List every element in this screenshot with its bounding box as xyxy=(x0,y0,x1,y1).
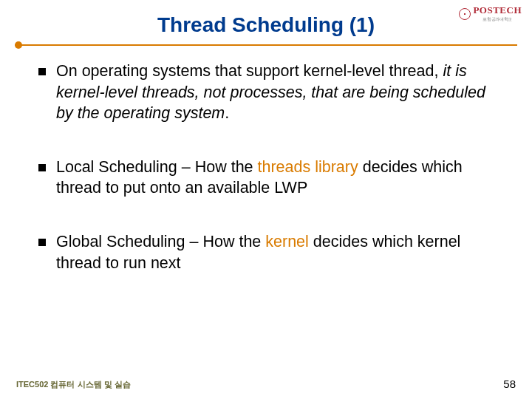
rule-dot-icon xyxy=(15,41,22,49)
postech-logo: POSTECH 포항공과대학교 xyxy=(459,4,522,23)
text-span: . xyxy=(225,104,229,122)
slide-title: Thread Scheduling (1) xyxy=(157,13,375,37)
bullet-text: Global Scheduling – How the kernel decid… xyxy=(56,231,505,273)
bullet-text: On operating systems that support kernel… xyxy=(56,61,505,124)
logo-text: POSTECH xyxy=(473,4,522,16)
highlight-span: kernel xyxy=(265,233,309,250)
text-span: – How the xyxy=(177,158,258,176)
logo-subtext: 포항공과대학교 xyxy=(473,16,522,23)
logo-seal-icon xyxy=(459,8,471,20)
footer-course: ITEC502 컴퓨터 시스템 및 실습 xyxy=(16,379,131,390)
bullet-square-icon xyxy=(38,239,46,246)
text-span: Local Scheduling xyxy=(56,158,177,176)
bullet-item: Global Scheduling – How the kernel decid… xyxy=(38,231,505,273)
bullet-square-icon xyxy=(38,68,46,75)
slide-body: On operating systems that support kernel… xyxy=(0,47,532,273)
bullet-square-icon xyxy=(38,164,46,171)
bullet-item: On operating systems that support kernel… xyxy=(38,61,505,124)
text-span: On operating systems that support kernel… xyxy=(56,62,443,80)
text-span: Global Scheduling xyxy=(56,233,185,250)
text-span: – How the xyxy=(185,233,266,250)
page-number: 58 xyxy=(503,378,516,390)
bullet-item: Local Scheduling – How the threads libra… xyxy=(38,157,505,199)
slide-footer: ITEC502 컴퓨터 시스템 및 실습 58 xyxy=(16,378,516,390)
highlight-span: threads library xyxy=(258,158,358,176)
divider-rule xyxy=(15,43,517,47)
bullet-text: Local Scheduling – How the threads libra… xyxy=(56,157,505,199)
